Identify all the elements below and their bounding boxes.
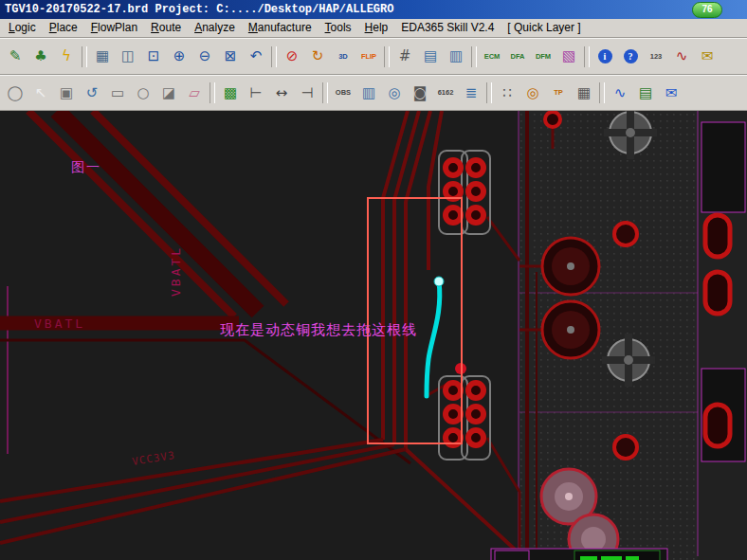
info-icon[interactable]: i xyxy=(592,45,617,68)
dfm-icon[interactable]: DFM xyxy=(531,45,556,68)
dfa-icon[interactable]: DFA xyxy=(505,45,530,68)
menu-place[interactable]: Place xyxy=(43,19,84,37)
icon-glyph: ∿ xyxy=(676,49,688,63)
zoom-out-icon[interactable]: ⊖ xyxy=(192,45,217,68)
signal-probe-icon[interactable]: ∿ xyxy=(608,81,632,104)
window-title: TGV10-20170522-17.brd Project: C:..../De… xyxy=(5,3,393,16)
icon-glyph: ◯ xyxy=(8,86,24,100)
menu-quick-layer[interactable]: [ Quick Layer ] xyxy=(501,19,587,37)
mail-icon[interactable]: ✉ xyxy=(695,45,720,68)
oval-pad[interactable] xyxy=(705,215,730,257)
icon-glyph: ▧ xyxy=(562,49,575,63)
annotation-hint: 现在是动态铜我想去拖这根线 xyxy=(220,321,417,338)
icon-glyph: ✎ xyxy=(9,49,22,63)
menu-analyze[interactable]: Analyze xyxy=(188,19,242,37)
zoom-region-icon[interactable]: ⊡ xyxy=(141,45,166,68)
toolbar-row-2: ◯↖▣↺▭○◪▱▩⊢↔⊣OBS▥◎◙6162≣∷◎TP▦∿▤✉ xyxy=(0,75,747,111)
drag-handle[interactable] xyxy=(434,277,444,286)
shape-circle-icon[interactable]: ○ xyxy=(131,81,155,104)
mail-blue-icon[interactable]: ✉ xyxy=(659,81,683,104)
icon-glyph: ▭ xyxy=(111,86,124,100)
icon-glyph: ▥ xyxy=(449,49,463,63)
icon-glyph: ↔ xyxy=(276,86,288,100)
align-icon[interactable]: ≣ xyxy=(459,81,483,104)
icon-glyph: ◎ xyxy=(388,86,400,100)
flip-board-icon[interactable]: FLIP xyxy=(356,45,381,68)
dimension-icon[interactable]: ↔ xyxy=(269,81,294,104)
target-icon[interactable]: ◎ xyxy=(520,81,545,104)
shaded-3d-icon[interactable]: 3D xyxy=(331,45,355,68)
icon-glyph: ⊡ xyxy=(148,49,160,63)
numbers-123-icon[interactable]: 123 xyxy=(644,45,668,68)
icon-glyph: ▩ xyxy=(224,86,237,100)
library-icon[interactable]: ▤ xyxy=(633,81,658,104)
leaf-icon[interactable]: ♣ xyxy=(28,45,53,68)
icon-glyph: ⊕ xyxy=(173,49,186,63)
menu-route[interactable]: Route xyxy=(144,19,188,37)
lightning-icon[interactable]: ϟ xyxy=(54,45,79,68)
zoom-previous-icon[interactable]: ↶ xyxy=(244,45,268,68)
shape-rect-icon[interactable]: ▭ xyxy=(105,81,130,104)
icon-glyph: 3D xyxy=(338,53,348,61)
icon-glyph: ✉ xyxy=(665,86,678,100)
zoom-in-icon[interactable]: ⊕ xyxy=(167,45,191,68)
figure-caption: 图一 xyxy=(71,159,101,174)
icon-glyph: ♣ xyxy=(34,49,46,63)
array-icon[interactable]: ▦ xyxy=(572,81,596,104)
obs-icon[interactable]: OBS xyxy=(331,81,355,104)
via-icon[interactable]: ◎ xyxy=(382,81,407,104)
icon-glyph: ▣ xyxy=(60,86,73,100)
zoom-fit-icon[interactable]: ⊠ xyxy=(218,45,243,68)
dots-grid-icon[interactable]: ∷ xyxy=(495,81,519,104)
oval-pad[interactable] xyxy=(705,272,730,314)
grid-window-icon[interactable]: ▦ xyxy=(90,45,115,68)
help-icon[interactable]: ? xyxy=(618,45,643,68)
shape-oval-icon[interactable]: ◯ xyxy=(3,81,27,104)
menu-help[interactable]: Help xyxy=(358,19,395,37)
testpoint-icon[interactable]: TP xyxy=(546,81,571,104)
pcb-canvas[interactable]: 图一 VBATL VBATL VCC3V3 现在是动态铜我想去拖这根线 xyxy=(0,111,747,560)
rats-off-icon[interactable]: ⊘ xyxy=(280,45,304,68)
icon-glyph: ▱ xyxy=(189,86,200,100)
oval-pad[interactable] xyxy=(705,405,730,446)
redraw-icon[interactable]: ↻ xyxy=(305,45,330,68)
pcb-view[interactable]: 图一 VBATL VBATL VCC3V3 现在是动态铜我想去拖这根线 xyxy=(0,111,747,560)
icon-glyph: ⊖ xyxy=(199,49,211,63)
shade-icon[interactable]: ◪ xyxy=(156,81,181,104)
place-component-icon[interactable]: ▩ xyxy=(218,81,243,104)
icon-glyph: ECM xyxy=(484,53,501,61)
icon-glyph: ϟ xyxy=(62,49,71,63)
select-pointer-icon[interactable]: ↖ xyxy=(28,81,53,104)
title-bar: TGV10-20170522-17.brd Project: C:..../De… xyxy=(0,0,747,19)
icon-glyph: ◫ xyxy=(121,49,135,63)
grid-toggle-icon[interactable]: # xyxy=(392,45,417,68)
add-pin-icon[interactable]: ⊢ xyxy=(244,81,268,104)
frame-window-icon[interactable]: ◫ xyxy=(116,45,140,68)
icon-glyph: FLIP xyxy=(361,53,376,61)
snapshot-icon[interactable]: ◙ xyxy=(408,81,432,104)
toolbar-separator xyxy=(599,82,605,103)
cross-section-icon[interactable]: ▥ xyxy=(444,45,468,68)
menu-manufacture[interactable]: Manufacture xyxy=(242,19,319,37)
refdes-numbers-icon[interactable]: 6162 xyxy=(433,81,458,104)
menu-tools[interactable]: Tools xyxy=(319,19,358,37)
icon-glyph: ? xyxy=(624,49,638,63)
palette-icon[interactable]: ▧ xyxy=(556,45,581,68)
columns-icon[interactable]: ▥ xyxy=(356,81,381,104)
icon-glyph: ◙ xyxy=(413,86,428,100)
measure-icon[interactable]: ⊣ xyxy=(295,81,319,104)
icon-glyph: ↺ xyxy=(86,86,99,100)
icon-glyph: 6162 xyxy=(438,89,454,97)
waveform-icon[interactable]: ∿ xyxy=(669,45,694,68)
delete-icon[interactable]: ▱ xyxy=(182,81,207,104)
rotate-icon[interactable]: ↺ xyxy=(80,81,104,104)
menu-eda365-skill-v2-4[interactable]: EDA365 Skill V2.4 xyxy=(394,19,501,37)
menu-flowplan[interactable]: FlowPlan xyxy=(84,19,144,37)
fillrect-icon[interactable]: ▣ xyxy=(54,81,79,104)
design-entry-icon[interactable]: ✎ xyxy=(3,45,27,68)
layer-stack-icon[interactable]: ▤ xyxy=(418,45,443,68)
icon-glyph: ↻ xyxy=(312,49,324,63)
menu-logic[interactable]: Logic xyxy=(2,19,43,37)
notification-badge[interactable]: 76 xyxy=(692,2,722,18)
ecm-icon[interactable]: ECM xyxy=(480,45,504,68)
